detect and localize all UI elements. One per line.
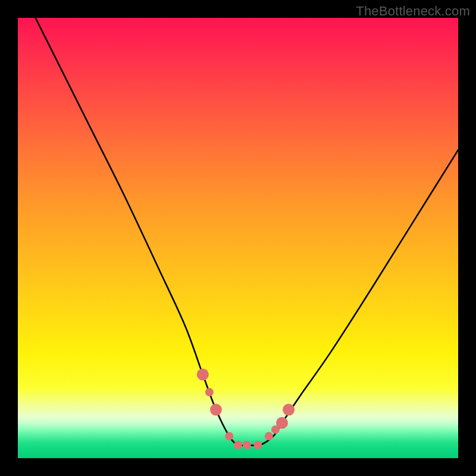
marker-group bbox=[197, 368, 295, 449]
marker-dot bbox=[253, 441, 262, 449]
marker-dot bbox=[210, 404, 222, 416]
marker-dot bbox=[197, 368, 209, 380]
bottleneck-curve bbox=[18, 18, 458, 446]
marker-dot bbox=[265, 432, 273, 440]
marker-dot bbox=[234, 441, 242, 449]
marker-dot bbox=[205, 388, 214, 396]
chart-svg bbox=[18, 18, 458, 458]
marker-dot bbox=[283, 404, 295, 416]
marker-dot bbox=[225, 432, 233, 440]
chart-frame bbox=[18, 18, 458, 458]
marker-dot bbox=[276, 417, 288, 429]
watermark-text: TheBottleneck.com bbox=[356, 4, 470, 19]
marker-dot bbox=[243, 441, 251, 449]
